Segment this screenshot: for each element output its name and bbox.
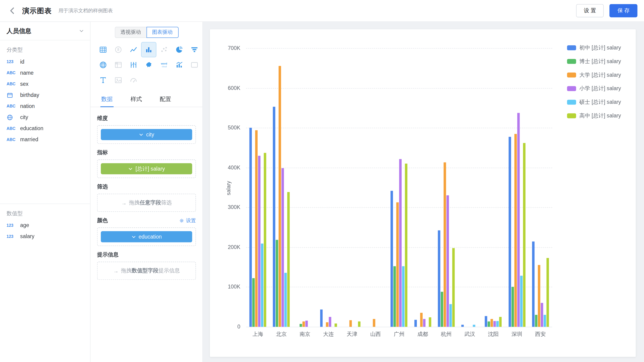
bar[interactable] <box>441 292 443 327</box>
bar[interactable] <box>517 113 520 327</box>
bar[interactable] <box>305 320 308 327</box>
chart-type-text-icon[interactable] <box>96 73 111 88</box>
bar[interactable] <box>491 319 493 327</box>
bar[interactable] <box>320 309 323 327</box>
legend-item[interactable]: 博士 [总计] salary <box>567 58 621 65</box>
bar[interactable] <box>358 321 360 327</box>
bar[interactable] <box>261 244 263 327</box>
dimension-dropzone[interactable]: city <box>97 125 196 144</box>
tab-config[interactable]: 配置 <box>159 92 172 107</box>
bar[interactable] <box>282 168 284 327</box>
chart-type-pie-icon[interactable] <box>172 42 187 57</box>
mode-tab-pivot[interactable]: 透视驱动 <box>114 27 146 38</box>
chart-type-line-icon[interactable] <box>126 42 141 57</box>
bar[interactable] <box>391 191 393 327</box>
chart-type-table-icon[interactable] <box>96 42 111 57</box>
legend-item[interactable]: 硕士 [总计] salary <box>567 98 621 106</box>
bar[interactable] <box>544 315 546 327</box>
dataset-selector[interactable]: 人员信息 <box>0 22 90 40</box>
field-item-birthday[interactable]: birthday <box>0 89 90 101</box>
bar[interactable] <box>508 137 511 327</box>
field-item-city[interactable]: city <box>0 112 90 123</box>
tooltip-dropzone[interactable]: → 拖拽数值型字段提示信息 <box>97 262 196 280</box>
bar[interactable] <box>444 162 446 327</box>
bar[interactable] <box>488 321 490 327</box>
bar[interactable] <box>414 320 417 327</box>
bar[interactable] <box>276 240 278 327</box>
field-item-nation[interactable]: ABCnation <box>0 101 90 112</box>
bar[interactable] <box>373 319 376 327</box>
back-button[interactable] <box>7 5 18 17</box>
bar[interactable] <box>420 313 423 327</box>
measure-pill-salary[interactable]: [总计] salary <box>101 163 192 174</box>
bar[interactable] <box>273 107 276 327</box>
bar[interactable] <box>429 317 431 327</box>
bar[interactable] <box>496 321 499 327</box>
chart-type-combo-icon[interactable] <box>172 57 187 73</box>
chart-type-globe-icon[interactable] <box>96 57 111 73</box>
bar[interactable] <box>302 321 305 327</box>
bar[interactable] <box>462 325 464 327</box>
bar[interactable] <box>405 164 408 327</box>
bar[interactable] <box>394 266 396 327</box>
bar[interactable] <box>396 202 399 327</box>
bar[interactable] <box>402 266 405 327</box>
legend-item[interactable]: 初中 [总计] salary <box>567 44 621 52</box>
mode-tab-chart[interactable]: 图表驱动 <box>146 27 178 38</box>
bar[interactable] <box>300 324 302 327</box>
chart-type-parallel-icon[interactable] <box>126 57 141 73</box>
dimension-pill-city[interactable]: city <box>101 129 192 140</box>
chart-type-bar-icon[interactable] <box>141 42 156 57</box>
bar[interactable] <box>535 315 537 327</box>
bar[interactable] <box>452 248 455 327</box>
bar[interactable] <box>473 325 476 327</box>
field-item-age[interactable]: 123age <box>0 220 90 231</box>
chart-type-funnel-icon[interactable] <box>187 42 202 57</box>
tab-data[interactable]: 数据 <box>100 92 114 107</box>
bar[interactable] <box>284 273 287 327</box>
bar[interactable] <box>511 287 514 327</box>
bar[interactable] <box>485 316 488 327</box>
bar[interactable] <box>250 128 252 327</box>
bar[interactable] <box>499 317 502 327</box>
settings-button[interactable]: 设 置 <box>576 4 604 17</box>
bar[interactable] <box>288 192 290 327</box>
field-item-married[interactable]: ABCmarried <box>0 134 90 145</box>
bar[interactable] <box>532 242 534 327</box>
field-item-salary[interactable]: 123salary <box>0 231 90 242</box>
save-button[interactable]: 保 存 <box>610 4 638 17</box>
bar[interactable] <box>446 196 449 327</box>
bar[interactable] <box>334 324 337 327</box>
chart-type-wordcloud-icon[interactable]: wordcloud <box>156 57 172 73</box>
bar[interactable] <box>538 265 540 327</box>
bar[interactable] <box>326 322 328 327</box>
legend-item[interactable]: 高中 [总计] salary <box>567 112 621 119</box>
bar[interactable] <box>399 159 402 327</box>
color-dropzone[interactable]: education <box>97 228 196 246</box>
legend-item[interactable]: 大学 [总计] salary <box>567 71 621 79</box>
bar[interactable] <box>264 153 266 327</box>
bar[interactable] <box>546 258 549 327</box>
bar[interactable] <box>329 317 331 327</box>
bar[interactable] <box>540 303 543 327</box>
legend-item[interactable]: 小学 [总计] salary <box>567 85 621 92</box>
bar[interactable] <box>523 143 525 327</box>
bar[interactable] <box>279 66 281 327</box>
bar[interactable] <box>350 320 352 327</box>
tab-style[interactable]: 样式 <box>130 92 143 107</box>
bar[interactable] <box>514 134 517 327</box>
filter-dropzone[interactable]: → 拖拽任意字段筛选 <box>97 194 196 212</box>
bar[interactable] <box>438 231 440 327</box>
bar[interactable] <box>450 304 452 327</box>
color-settings-link[interactable]: 设置 <box>179 217 196 224</box>
bar[interactable] <box>520 276 522 327</box>
bar[interactable] <box>423 319 426 327</box>
bar[interactable] <box>258 155 260 327</box>
field-item-education[interactable]: ABCeducation <box>0 123 90 134</box>
bar[interactable] <box>255 130 258 327</box>
field-item-sex[interactable]: ABCsex <box>0 78 90 89</box>
field-item-name[interactable]: ABCname <box>0 67 90 78</box>
bar[interactable] <box>494 321 496 327</box>
chart-type-map-icon[interactable] <box>141 57 156 73</box>
bar[interactable] <box>252 278 255 327</box>
